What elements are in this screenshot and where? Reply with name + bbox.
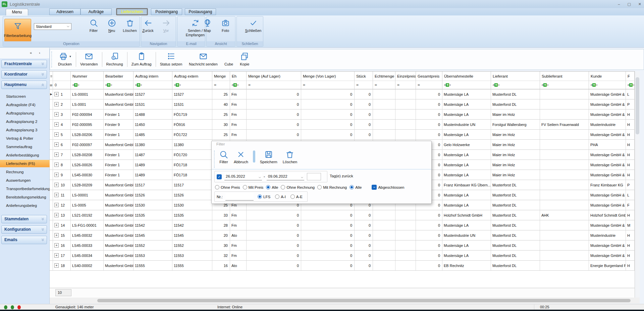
sidebar-collapse-all-button[interactable]: « bbox=[28, 50, 34, 56]
column-header-stück[interactable]: Stück bbox=[355, 72, 373, 81]
filter-cell-menge-von-lager[interactable]: = bbox=[301, 81, 355, 89]
expand-row-icon[interactable]: + bbox=[54, 112, 59, 117]
expand-row-icon[interactable]: + bbox=[54, 163, 59, 167]
date-filter-checkbox[interactable]: ✓ bbox=[217, 174, 222, 179]
expand-row-icon[interactable]: + bbox=[54, 193, 59, 197]
column-header-echtmenge[interactable]: Echtmenge bbox=[373, 72, 395, 81]
filter-cell-bearbeiter[interactable]: aBc bbox=[104, 81, 133, 89]
sidebar-item-vertrag-polter[interactable]: Vertrag & Polter bbox=[0, 135, 50, 142]
column-header-f[interactable]: F bbox=[626, 72, 635, 81]
sidebar-group-stammdaten[interactable]: Stammdaten bbox=[1, 215, 47, 223]
sidebar-item-transportbedarfsmeldung[interactable]: Transportbedarfsmeldung bbox=[0, 185, 50, 192]
minimize-button[interactable]: – bbox=[618, 2, 620, 6]
popup-filter-button[interactable]: Filter bbox=[216, 148, 231, 164]
table-row[interactable]: +17LS45-00034Musterforst GmbH11553115533… bbox=[50, 251, 635, 261]
nachricht-senden-button[interactable]: Nachricht senden bbox=[185, 49, 221, 70]
sidebar-group-hauptmenu[interactable]: Hauptmenu bbox=[1, 81, 47, 89]
date-from-field[interactable]: 26.05.2022 bbox=[224, 173, 262, 180]
sidebar-group-konfiguration[interactable]: Konfiguration bbox=[1, 225, 47, 234]
filter-cell-menge[interactable]: = bbox=[212, 81, 230, 89]
radio-lfs[interactable] bbox=[258, 194, 262, 199]
table-row[interactable]: +14LS-FG1-00001Musterforst GmbH115421154… bbox=[50, 220, 635, 230]
expand-row-icon[interactable]: + bbox=[54, 213, 59, 217]
radio-preis-alle[interactable] bbox=[266, 185, 270, 189]
expand-row-icon[interactable]: + bbox=[54, 122, 59, 127]
expand-row-icon[interactable]: + bbox=[54, 253, 59, 258]
expand-row-icon[interactable]: + bbox=[54, 183, 59, 187]
zum-auftrag-button[interactable]: Zum Auftrag bbox=[128, 49, 155, 70]
sidebar-item-auftragsplanung-2[interactable]: Auftragsplanung 2 bbox=[0, 118, 50, 125]
nr-input[interactable] bbox=[225, 193, 254, 201]
column-header-menge-von-lager[interactable]: Menge (Von Lager) bbox=[301, 72, 355, 81]
table-row[interactable]: +5LS28-00206Förster 111485FÖ172225Fm0000… bbox=[50, 130, 635, 140]
expand-row-icon[interactable]: + bbox=[54, 102, 59, 106]
löschen-button[interactable]: Löschen bbox=[121, 17, 139, 42]
filter-preset-select[interactable]: Standard bbox=[34, 23, 71, 30]
table-row[interactable]: ▶+1LS-00001Musterforst GmbH115271152725F… bbox=[50, 89, 635, 99]
filter-cell-stück[interactable]: = bbox=[355, 81, 373, 89]
sidebar-item-auftragsplanung-3[interactable]: Auftragsplanung 3 bbox=[0, 126, 50, 134]
popup-löschen-button[interactable]: Löschen bbox=[280, 148, 300, 164]
sidebar-item-auswertungen[interactable]: Auswertungen bbox=[0, 177, 50, 184]
column-header-gesamtpreis[interactable]: Gesamtpreis bbox=[416, 72, 442, 81]
radio-a-e[interactable] bbox=[290, 194, 295, 199]
filter-cell-lieferant[interactable]: aBc bbox=[491, 81, 540, 89]
vertical-scrollbar[interactable] bbox=[635, 71, 640, 298]
ribbon-tab-menu[interactable]: Menu bbox=[6, 9, 28, 15]
table-row[interactable]: +18LS40-00002Musterforst GmbH11555115551… bbox=[50, 261, 635, 271]
radio-ohne-rechnung[interactable] bbox=[281, 185, 285, 189]
neu-button[interactable]: Neu bbox=[103, 17, 121, 42]
foto-button[interactable]: Foto bbox=[216, 17, 234, 42]
radio-ohne-preis[interactable] bbox=[215, 185, 219, 189]
popup-speichern-button[interactable]: Speichern bbox=[257, 148, 280, 164]
filter-cell-übernahmestelle[interactable]: aBc bbox=[442, 81, 491, 89]
radio-mit-rechnung[interactable] bbox=[317, 185, 322, 189]
sidebar-group-koordinator[interactable]: Koordinator bbox=[1, 70, 47, 79]
filter-cell-auftrag-extern[interactable]: aBc bbox=[172, 81, 212, 89]
column-header-nummer[interactable]: Nummer bbox=[71, 72, 104, 81]
horizontal-scrollbar-thumb[interactable] bbox=[97, 299, 631, 302]
sidebar-collapse-button[interactable]: ‹ bbox=[36, 50, 43, 56]
column-header-sublieferant[interactable]: Sublieferant bbox=[540, 72, 589, 81]
kopie-button[interactable]: Kopie bbox=[236, 49, 253, 70]
filter-cell-gesamtpreis[interactable]: = bbox=[416, 81, 442, 89]
filter-cell-menge-auf-lager[interactable]: = bbox=[247, 81, 301, 89]
table-row[interactable]: +13LS21-00192Musterforst GmbH11535115353… bbox=[50, 210, 635, 220]
sidebar-group-emails[interactable]: Emails bbox=[1, 236, 47, 244]
table-row[interactable]: +15LS45-00032Musterforst GmbH11545115452… bbox=[50, 230, 635, 240]
close-button[interactable]: ✕ bbox=[638, 2, 641, 6]
sidebar-item-auftragsliste-f4[interactable]: Auftragsliste (F4) bbox=[0, 101, 50, 108]
filter-cell-f[interactable]: aBc bbox=[626, 81, 635, 89]
table-row[interactable]: +3F02-000094Förster 111488FÖ171925Fm0000… bbox=[50, 109, 635, 120]
sidebar-item-anlieferbestätigung[interactable]: Anlieferbestätigung bbox=[0, 151, 50, 159]
page-tab-postausgang[interactable]: Postausgang bbox=[185, 8, 216, 15]
sidebar-item-bereitstellungsmeldung[interactable]: Bereitstellungsmeldung bbox=[0, 193, 50, 201]
page-tab-posteingang[interactable]: Posteingang bbox=[151, 8, 182, 15]
page-tab-adressen[interactable]: Adressen bbox=[49, 8, 80, 15]
column-header-auftrag-extern[interactable]: Auftrag extern bbox=[172, 72, 212, 81]
expand-row-icon[interactable]: + bbox=[54, 92, 59, 96]
days-back-input[interactable] bbox=[307, 173, 321, 180]
expand-row-icon[interactable]: + bbox=[54, 223, 59, 227]
abgeschlossen-checkbox[interactable]: – bbox=[372, 185, 377, 190]
expand-row-icon[interactable]: + bbox=[54, 233, 59, 237]
sidebar-item-sammelauftrag[interactable]: Sammelauftrag bbox=[0, 143, 50, 150]
toolbar-drag-handle[interactable] bbox=[51, 51, 54, 68]
sidebar-item-anlieferungsbeleg[interactable]: Anlieferungsbeleg bbox=[0, 202, 50, 209]
page-tab-aufträge[interactable]: Aufträge bbox=[80, 8, 112, 15]
filter-cell-einzelpreis[interactable]: = bbox=[395, 81, 416, 89]
date-to-field[interactable]: 09.06.2022 bbox=[267, 173, 304, 180]
filter-cell-auftrag-intern[interactable]: aBc bbox=[133, 81, 172, 89]
versenden-button[interactable]: Versenden bbox=[77, 49, 101, 70]
column-header-einzelpreis[interactable]: Einzelpreis bbox=[395, 72, 416, 81]
radio-mit-preis[interactable] bbox=[243, 185, 247, 189]
table-row[interactable]: +4F02-000095Förster 911450FÖ91630Fm0000M… bbox=[50, 120, 635, 130]
column-header-kunde[interactable]: Kunde bbox=[589, 72, 626, 81]
filter-cell-echtmenge[interactable]: = bbox=[373, 81, 395, 89]
drucken-button[interactable]: ▾Drucken bbox=[55, 49, 75, 70]
column-header-lieferant[interactable]: Lieferant bbox=[491, 72, 540, 81]
zurück-button[interactable]: Zurück bbox=[139, 17, 157, 42]
grid-corner-menu-icon[interactable] bbox=[50, 72, 53, 81]
filter-cell-kunde[interactable]: aBc bbox=[589, 81, 626, 89]
radio-rechnung-alle[interactable] bbox=[350, 185, 354, 189]
